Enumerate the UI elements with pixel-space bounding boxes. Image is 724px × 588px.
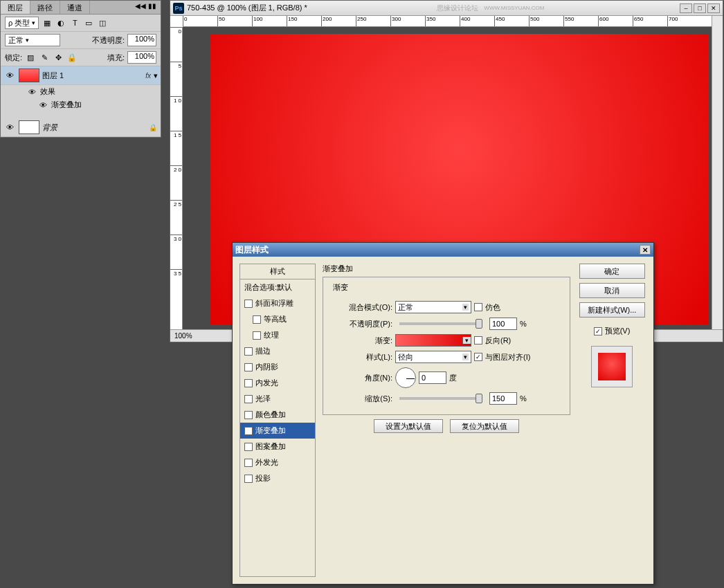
reverse-checkbox[interactable]	[474, 336, 482, 344]
style-label: 描边	[255, 346, 271, 356]
dialog-titlebar[interactable]: 图层样式 ✕	[233, 243, 653, 257]
close-icon[interactable]: ✕	[640, 245, 651, 255]
style-pattern-overlay[interactable]: 图案叠加	[240, 439, 315, 454]
section-title: 渐变叠加	[323, 264, 570, 274]
styles-header[interactable]: 样式	[240, 264, 315, 279]
angle-label: 角度(N):	[330, 373, 392, 383]
visibility-eye-icon[interactable]: 👁	[3, 123, 16, 131]
tab-channels[interactable]: 通道	[60, 1, 90, 14]
ruler-vertical[interactable]: 051 01 52 02 53 03 5	[170, 27, 183, 329]
align-checkbox[interactable]: ✓	[474, 353, 482, 361]
checkbox[interactable]	[244, 300, 253, 308]
lock-all-icon[interactable]: 🔒	[66, 52, 78, 63]
checkbox[interactable]	[253, 331, 261, 340]
layer-item-1[interactable]: 👁 图层 1 fx ▾	[1, 66, 161, 85]
set-default-button[interactable]: 设置为默认值	[374, 419, 443, 433]
visibility-eye-icon[interactable]: 👁	[39, 101, 47, 109]
scale-slider[interactable]	[399, 397, 482, 400]
opacity-input[interactable]	[489, 318, 517, 330]
filter-smart-icon[interactable]: ◫	[97, 17, 108, 28]
checkbox[interactable]	[244, 363, 253, 371]
checkbox[interactable]	[244, 379, 253, 387]
zoom-level[interactable]: 100%	[174, 332, 192, 340]
blend-mode-dropdown[interactable]: 正常	[5, 34, 60, 46]
gradient-picker[interactable]	[395, 334, 471, 347]
lock-position-icon[interactable]: ✥	[53, 52, 64, 63]
style-contour[interactable]: 等高线	[240, 311, 315, 327]
checkbox[interactable]	[244, 443, 253, 451]
lock-transparent-icon[interactable]: ▨	[25, 52, 36, 63]
style-outer-glow[interactable]: 外发光	[240, 454, 315, 470]
style-stroke[interactable]: 描边	[240, 343, 315, 359]
percent-label: %	[520, 320, 527, 328]
scrollbar-vertical[interactable]	[712, 16, 723, 329]
opacity-slider[interactable]	[399, 322, 482, 325]
dither-checkbox[interactable]	[474, 303, 482, 311]
slider-thumb[interactable]	[476, 394, 482, 403]
preview-checkbox[interactable]: ✓	[594, 327, 602, 336]
visibility-eye-icon[interactable]: 👁	[28, 88, 36, 96]
chevron-down-icon[interactable]: ▾	[154, 71, 158, 80]
filter-image-icon[interactable]: ▦	[42, 17, 53, 28]
tab-layers[interactable]: 图层	[1, 1, 30, 14]
reset-default-button[interactable]: 复位为默认值	[450, 419, 519, 433]
filter-adjust-icon[interactable]: ◐	[55, 17, 66, 28]
effects-row[interactable]: 👁 效果	[1, 85, 161, 98]
styles-list: 样式 混合选项:默认 斜面和浮雕 等高线 纹理 描边 内阴影 内发光 光泽 颜色…	[239, 264, 316, 577]
kind-filter[interactable]: ρ 类型	[5, 17, 39, 29]
ruler-horizontal[interactable]: 0501001502002503003504004505005506006507…	[183, 16, 712, 27]
cancel-button[interactable]: 取消	[579, 283, 645, 298]
style-drop-shadow[interactable]: 投影	[240, 470, 315, 486]
layers-panel: 图层 路径 通道 ◀◀ ▮▮ ρ 类型 ▦ ◐ T ▭ ◫ 正常 不透明度: 1…	[0, 0, 161, 138]
angle-input[interactable]	[419, 371, 446, 384]
checkbox[interactable]	[244, 475, 253, 483]
new-style-button[interactable]: 新建样式(W)...	[579, 302, 645, 318]
checkbox[interactable]	[244, 411, 253, 419]
scale-input[interactable]	[489, 392, 517, 405]
layer-name[interactable]: 背景	[42, 122, 148, 133]
layer-thumb[interactable]	[19, 120, 39, 134]
filter-text-icon[interactable]: T	[69, 17, 80, 28]
fill-input[interactable]: 100%	[127, 51, 156, 64]
style-satin[interactable]: 光泽	[240, 391, 315, 407]
checkbox[interactable]	[244, 347, 253, 356]
style-label: 纹理	[264, 330, 279, 340]
layer-name[interactable]: 图层 1	[42, 71, 145, 81]
style-inner-shadow[interactable]: 内阴影	[240, 359, 315, 375]
minimize-button[interactable]: –	[680, 3, 692, 13]
slider-thumb[interactable]	[476, 319, 482, 329]
ruler-tick: 350	[425, 16, 460, 26]
opacity-input[interactable]: 100%	[127, 34, 156, 46]
panel-collapse-icon[interactable]: ◀◀ ▮▮	[131, 1, 161, 14]
style-bevel[interactable]: 斜面和浮雕	[240, 295, 315, 311]
style-gradient-overlay[interactable]: ✓渐变叠加	[240, 423, 315, 439]
fx-indicator[interactable]: fx	[145, 72, 151, 80]
ok-button[interactable]: 确定	[579, 264, 645, 279]
filter-shape-icon[interactable]: ▭	[83, 17, 94, 28]
lock-paint-icon[interactable]: ✎	[39, 52, 50, 63]
ruler-tick: 150	[287, 16, 321, 26]
reverse-label: 反向(R)	[485, 336, 511, 346]
blend-options-item[interactable]: 混合选项:默认	[240, 279, 315, 295]
maximize-button[interactable]: □	[694, 3, 706, 13]
layer-item-background[interactable]: 👁 背景 🔒	[1, 118, 161, 137]
style-select[interactable]: 径向	[395, 351, 471, 363]
tab-paths[interactable]: 路径	[30, 1, 60, 14]
style-texture[interactable]: 纹理	[240, 327, 315, 343]
style-label: 内阴影	[255, 362, 278, 372]
style-inner-glow[interactable]: 内发光	[240, 375, 315, 391]
checkbox[interactable]: ✓	[244, 427, 253, 435]
checkbox[interactable]	[253, 315, 261, 324]
angle-dial[interactable]	[395, 367, 416, 388]
checkbox[interactable]	[244, 459, 253, 467]
ruler-tick: 0	[183, 16, 217, 26]
layer-thumb[interactable]	[19, 68, 39, 82]
blend-mode-select[interactable]: 正常	[395, 301, 471, 313]
visibility-eye-icon[interactable]: 👁	[3, 71, 16, 80]
effect-gradient-overlay[interactable]: 👁 渐变叠加	[1, 98, 161, 111]
angle-unit: 度	[449, 373, 457, 383]
style-color-overlay[interactable]: 颜色叠加	[240, 407, 315, 423]
ruler-tick: 5	[170, 62, 182, 96]
checkbox[interactable]	[244, 395, 253, 403]
close-button[interactable]: ✕	[707, 3, 720, 13]
